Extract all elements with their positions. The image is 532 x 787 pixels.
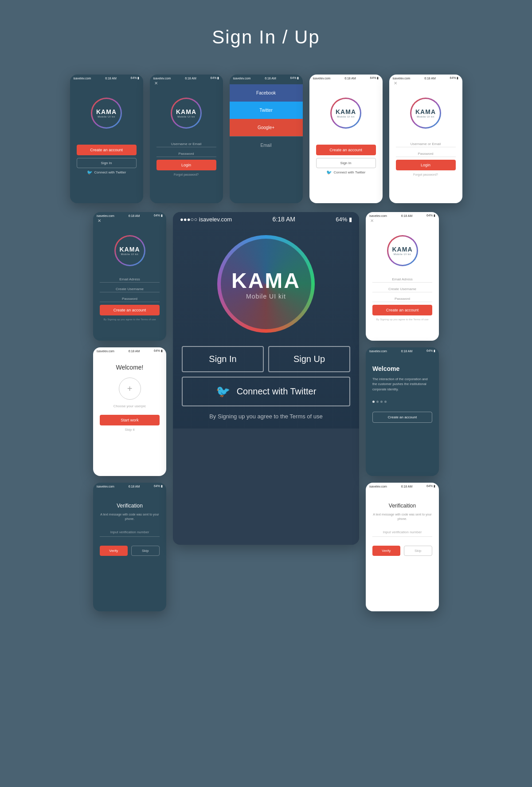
divider-9c [372,302,432,302]
row-1: isavelev.com 6:18 AM 64% ▮ KAMA Mobile U… [18,75,514,203]
forgot-text-2[interactable]: Forgot password? [150,173,223,176]
main-logo-name: KAMA [231,268,301,293]
create-account-btn-1[interactable]: Create an account [77,145,137,155]
logo-circle-1: KAMA Mobile UI kit [91,98,122,129]
divider-6c [100,302,160,302]
verif-title-8: Verification [117,503,143,509]
username-label-2: Username or Email [150,142,223,146]
main-row-buttons: Sign In Sign Up [182,346,350,372]
status-bar-3: isavelev.com 6:18 AM 64% ▮ [230,75,303,82]
login-btn-2[interactable]: Login [156,160,216,170]
dot-4 [384,401,387,403]
phone-10-onboard: isavelev.com 6:18 AM 64% ▮ Welcome The i… [366,347,439,476]
twitter-icon-1: 🐦 [87,170,92,175]
google-btn[interactable]: Google+ [230,119,303,136]
verif-desc-8: A text message with code was sent to you… [100,512,160,521]
username-label-9: Create Username [366,287,439,291]
status-bar-2: isavelev.com 6:18 AM 64% ▮ [150,75,223,82]
phone-5-login-light: ✕ isavelev.com 6:18 AM 64% ▮ KAMA Mobile… [389,75,462,203]
main-logo-circle: KAMA Mobile UI kit [217,235,315,333]
main-terms-text: By Signing up you agree to the Terms of … [182,413,350,420]
password-label-6: Password [93,297,166,301]
status-bar-1: isavelev.com 6:18 AM 64% ▮ [70,75,143,82]
email-btn[interactable]: Email [230,136,303,154]
dot-1 [372,401,375,403]
logo-circle-9: KAMA Mobile UI kit [387,235,418,266]
main-url: ●●●○○ isavelev.com [180,216,232,223]
connect-twitter-btn-4[interactable]: 🐦 Connect with Twitter [316,170,376,175]
verify-btn-8[interactable]: Verify [100,546,128,556]
main-connect-twitter-btn[interactable]: 🐦 Connect with Twitter [182,377,350,406]
main-phone: ●●●○○ isavelev.com 6:18 AM 64% ▮ KAMA Mo… [173,212,359,545]
skip-btn-11[interactable]: Skip [404,546,433,556]
logo-circle-4: KAMA Mobile UI kit [330,98,361,129]
sign-in-btn-1[interactable]: Sign In [77,158,137,168]
skip-btn-8[interactable]: Skip [131,546,160,556]
status-bar-9: isavelev.com 6:18 AM 64% ▮ [366,212,439,219]
divider-2a [156,147,216,147]
username-label-6: Create Username [93,287,166,291]
status-bar-7: isavelev.com 6:18 AM 64% ▮ [93,347,166,354]
avatar-plus-icon[interactable]: + [119,378,141,400]
create-btn-6[interactable]: Create an account [100,305,160,315]
username-label-5: Username or Email [389,142,462,146]
create-btn-9[interactable]: Create an account [372,305,432,315]
status-bar-6: isavelev.com 6:18 AM 64% ▮ [93,212,166,219]
verif-desc-11: A text message with code was sent to you… [372,512,432,521]
phone-1-signin: isavelev.com 6:18 AM 64% ▮ KAMA Mobile U… [70,75,143,203]
choose-userpic-text: Choose your userpic [113,404,146,408]
phone-11-verif-light: isavelev.com 6:18 AM 64% ▮ Verificaition… [366,483,439,611]
login-btn-5[interactable]: Login [396,160,456,170]
onboard-create-btn[interactable]: Create an account [372,412,432,423]
status-bar-4: isavelev.com 6:18 AM 64% ▮ [309,75,383,82]
sign-in-btn-4[interactable]: Sign In [316,158,376,168]
phone-9-signup-light: ✕ isavelev.com 6:18 AM 64% ▮ KAMA Mobile… [366,212,439,341]
facebook-btn[interactable]: Facebook [230,84,303,102]
status-bar-5: isavelev.com 6:18 AM 64% ▮ [389,75,462,82]
onboard-desc: The interaction of the corporation and t… [372,377,432,392]
forgot-text-5[interactable]: Forgot password? [389,173,462,176]
status-bar-10: isavelev.com 6:18 AM 64% ▮ [366,347,439,354]
divider-6b [100,292,160,292]
email-label-9: Email Adress [366,277,439,281]
dot-2 [376,401,379,403]
verify-btn-11[interactable]: Verify [372,546,400,556]
phone-2-login: ✕ isavelev.com 6:18 AM 64% ▮ KAMA Mobile… [150,75,223,203]
email-label-6: Email Adress [93,277,166,281]
main-sign-up-btn[interactable]: Sign Up [268,346,350,372]
main-buttons-area: Sign In Sign Up 🐦 Connect with Twitter B… [173,333,359,429]
phone-3-social: isavelev.com 6:18 AM 64% ▮ Facebook Twit… [230,75,303,203]
col-right: ✕ isavelev.com 6:18 AM 64% ▮ KAMA Mobile… [366,212,439,611]
skip-btn-7[interactable]: Skip it [125,428,135,432]
col-left: ✕ isavelev.com 6:18 AM 64% ▮ KAMA Mobile… [93,212,166,611]
phone-8-verification: isavelev.com 6:18 AM 64% ▮ Verification … [93,483,166,611]
connect-twitter-btn-1[interactable]: 🐦 Connect with Twitter [77,170,137,175]
screens-grid: isavelev.com 6:18 AM 64% ▮ KAMA Mobile U… [0,66,532,638]
divider-2b [156,157,216,157]
create-account-btn-4[interactable]: Create an account [316,145,376,155]
phone-6-signup: ✕ isavelev.com 6:18 AM 64% ▮ KAMA Mobile… [93,212,166,341]
row-2: ✕ isavelev.com 6:18 AM 64% ▮ KAMA Mobile… [18,212,514,611]
phone-7-welcome: isavelev.com 6:18 AM 64% ▮ Welcome! + Ch… [93,347,166,476]
dot-3 [380,401,383,403]
twitter-icon-4: 🐦 [326,170,332,175]
verif-input-8[interactable]: Input verification number [110,530,149,534]
divider-5b [396,157,456,157]
divider-9b [372,292,432,292]
onboard-title: Welcome [372,365,432,372]
twitter-social-btn[interactable]: Twitter [230,102,303,119]
verif-input-11[interactable]: Input verification number [383,530,422,534]
logo-circle-5: KAMA Mobile UI kit [410,98,441,129]
main-sign-in-btn[interactable]: Sign In [182,346,264,372]
verif-divider-11 [372,536,432,537]
divider-9a [372,282,432,283]
main-logo-area: KAMA Mobile UI kit [173,235,359,333]
page-title: Sign In / Up [0,0,532,66]
main-status-bar: ●●●○○ isavelev.com 6:18 AM 64% ▮ [173,212,359,226]
logo-circle-2: KAMA Mobile UI kit [171,98,202,129]
verif-divider-8 [100,536,160,537]
password-label-2: Password [150,152,223,156]
start-work-btn[interactable]: Start work [100,415,160,425]
divider-5a [396,147,456,147]
welcome-title: Welcome! [116,364,144,371]
